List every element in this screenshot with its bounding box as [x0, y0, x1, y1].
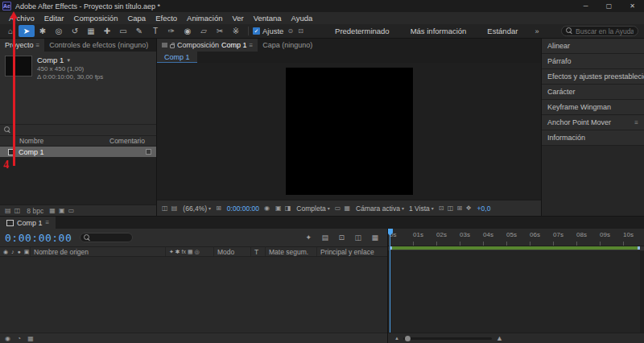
tool-icon[interactable]: ➤: [19, 25, 35, 37]
tool-icon[interactable]: ◉: [180, 25, 196, 37]
tool-icon[interactable]: ▭: [115, 25, 131, 37]
close-button[interactable]: ✕: [621, 0, 644, 12]
zoom-dropdown[interactable]: (66,4%) ▾: [183, 205, 211, 213]
project-columns-header[interactable]: Nombre Comentario: [0, 136, 156, 147]
timeline-zoom-slider[interactable]: [403, 337, 492, 340]
workspace-tab[interactable]: Estándar: [477, 27, 528, 35]
comp-thumbnail: [5, 56, 32, 76]
lock-icon[interactable]: [170, 44, 175, 48]
tab-composition[interactable]: Composición Comp 1 ≡: [157, 39, 258, 52]
tool-icon[interactable]: ⌂: [2, 25, 19, 37]
tool-icon[interactable]: ▦: [83, 25, 99, 37]
menu-item[interactable]: Ver: [227, 14, 248, 23]
sidebar-panel-header[interactable]: Carácter: [542, 85, 644, 100]
timeline-footer-toggles[interactable]: ◉ ◔ ▦: [0, 333, 387, 343]
column-parent-link[interactable]: Principal y enlace: [317, 247, 387, 256]
zoom-out-icon[interactable]: ▲: [394, 336, 399, 341]
sidebar-panel-header[interactable]: Keyframe Wingman: [542, 100, 644, 115]
snap-option-icons[interactable]: ⊙ ⊡: [287, 27, 305, 35]
composition-viewer[interactable]: [157, 63, 541, 200]
panel-menu-icon[interactable]: ≡: [250, 42, 254, 49]
tool-icon[interactable]: ✑: [163, 25, 180, 37]
help-search-input[interactable]: [576, 27, 634, 35]
workspace-tab[interactable]: Predeterminado: [324, 27, 400, 35]
minimize-button[interactable]: ─: [574, 0, 597, 12]
sidebar-panel-header[interactable]: Efectos y ajustes preestablecidos: [542, 69, 644, 85]
tab-project[interactable]: Proyecto ≡: [0, 39, 44, 52]
snap-checkbox[interactable]: ✓: [253, 27, 260, 35]
menu-item[interactable]: Ayuda: [287, 14, 318, 23]
tool-icon[interactable]: ✂: [212, 25, 228, 37]
menu-item[interactable]: Ventana: [249, 14, 287, 23]
column-comment[interactable]: Comentario: [109, 137, 145, 145]
vertical-scrollbar[interactable]: [640, 251, 644, 333]
sidebar-panel-header[interactable]: Párrafo: [542, 54, 644, 69]
tool-icon[interactable]: T: [147, 25, 163, 37]
exposure-value[interactable]: +0,0: [477, 205, 491, 213]
camera-dropdown[interactable]: Cámara activa ▾: [356, 205, 404, 213]
timeline-footer-icons[interactable]: ◉ ◔ ▦: [5, 335, 36, 342]
work-area-bar[interactable]: [390, 246, 640, 250]
comp-viewer-tab[interactable]: Comp 1: [157, 52, 197, 63]
viewer-option-icons[interactable]: ⊡ ◫ ⊞ ❖: [439, 205, 473, 212]
tool-icon[interactable]: ↺: [67, 25, 83, 37]
column-source-name[interactable]: Nombre de origen: [31, 247, 166, 256]
column-mode[interactable]: Modo: [214, 247, 251, 256]
viewer-option-icons[interactable]: ▣ ◨: [275, 205, 291, 212]
tool-icon[interactable]: ▱: [196, 25, 212, 37]
timeline-option-icons[interactable]: ✦ ▤ ⊡ ◫ ▦: [305, 233, 382, 242]
column-layer-toggles[interactable]: ◉ ♪ ● ▣: [0, 247, 31, 256]
column-name[interactable]: Nombre: [0, 137, 109, 145]
layer-list-empty[interactable]: [0, 257, 387, 333]
current-timecode[interactable]: 0:00:00:00: [5, 232, 72, 244]
help-search-box[interactable]: [561, 26, 638, 36]
project-footer-icons[interactable]: ▦ ▣ ▭: [49, 207, 75, 214]
tool-icon[interactable]: ✱: [35, 25, 51, 37]
column-track-matte[interactable]: Mate segum.: [266, 247, 317, 256]
menu-item[interactable]: Efecto: [151, 14, 182, 23]
panel-menu-icon[interactable]: ≡: [634, 119, 638, 126]
zoom-slider-handle[interactable]: [405, 336, 411, 341]
menu-item[interactable]: Animación: [182, 14, 227, 23]
tab-effect-controls[interactable]: Controles de efectos (ninguno): [44, 39, 153, 52]
timeline-search-box[interactable]: [80, 233, 133, 242]
track-area[interactable]: [388, 250, 644, 333]
resolution-dropdown[interactable]: Completa ▾: [296, 205, 329, 213]
viewer-timecode[interactable]: 0:00:00:00: [227, 205, 259, 213]
project-list-empty[interactable]: [0, 157, 156, 205]
viewer-option-icons[interactable]: ◫ ▤: [162, 205, 178, 212]
grid-guides-icon[interactable]: ⊞: [216, 205, 222, 212]
panel-menu-icon[interactable]: ≡: [46, 219, 50, 226]
tool-icon[interactable]: ◎: [51, 25, 67, 37]
time-ruler[interactable]: 0s01s02s03s04s05s06s07s08s09s10s: [388, 229, 644, 246]
menu-item[interactable]: Capa: [122, 14, 151, 23]
maximize-button[interactable]: ▢: [597, 0, 621, 12]
snapshot-icon[interactable]: ◉: [264, 205, 270, 212]
column-track-matte-t[interactable]: T: [251, 247, 266, 256]
composition-canvas[interactable]: [286, 68, 413, 195]
sidebar-panel-header[interactable]: Alinear: [542, 39, 644, 54]
project-search-bar[interactable]: [0, 124, 156, 136]
view-layout-dropdown[interactable]: 1 Vista ▾: [409, 205, 434, 213]
selected-item-name[interactable]: Comp 1 ▼: [37, 56, 103, 64]
playhead[interactable]: [390, 229, 390, 333]
column-switches[interactable]: ✦ ✱ fx ▦ ◎: [166, 247, 214, 256]
sidebar-panel-header[interactable]: Información: [542, 130, 644, 146]
tool-icon[interactable]: ※: [228, 25, 244, 37]
sidebar-panel-header[interactable]: Anchor Point Mover ≡: [542, 115, 644, 130]
viewer-option-icons[interactable]: ▭ ▦: [335, 205, 351, 212]
workspace-overflow-button[interactable]: »: [528, 27, 545, 35]
workspace-tab[interactable]: Más información: [400, 27, 477, 35]
tab-layer[interactable]: Capa (ninguno): [258, 39, 317, 52]
timeline-tab-comp1[interactable]: Comp 1 ≡: [0, 217, 56, 229]
tab-project-label: Proyecto: [5, 41, 34, 49]
project-row-comp1[interactable]: Comp 1: [0, 147, 156, 157]
menu-item[interactable]: Editar: [39, 14, 69, 23]
tool-icon[interactable]: ✚: [99, 25, 115, 37]
bit-depth-button[interactable]: 8 bpc: [27, 207, 43, 215]
menu-item[interactable]: Composición: [69, 14, 123, 23]
panel-menu-icon[interactable]: ≡: [36, 42, 40, 49]
zoom-in-icon[interactable]: ▲: [496, 334, 503, 342]
project-footer-icons[interactable]: ▤ ◫: [5, 207, 21, 214]
tool-icon[interactable]: ✎: [131, 25, 147, 37]
